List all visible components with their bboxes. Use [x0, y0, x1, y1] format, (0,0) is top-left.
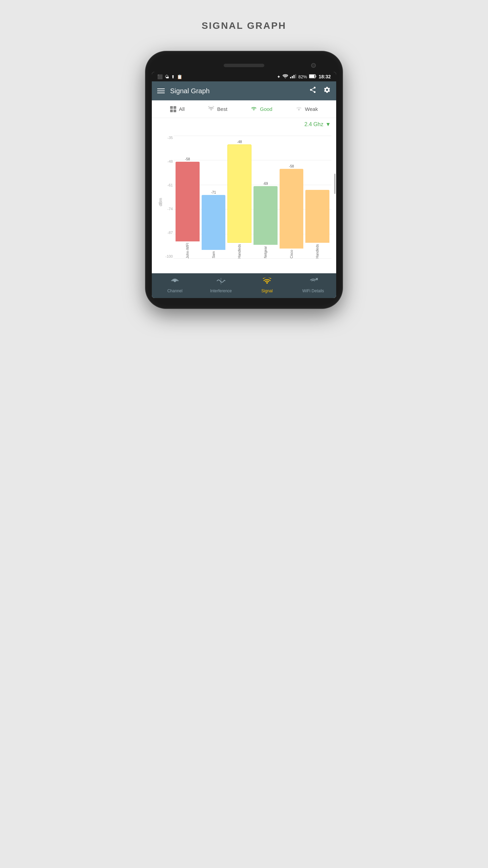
y-tick-3: -61 [163, 183, 173, 187]
bar-label-1: Sam [212, 251, 216, 258]
svg-rect-1 [292, 76, 293, 78]
filter-all[interactable]: All [170, 106, 185, 112]
chart-area: dBm -35 -48 -61 -74 -87 -100 [152, 131, 336, 273]
frequency-selector[interactable]: 2.4 Ghz ▼ [304, 121, 331, 127]
settings-icon[interactable] [323, 86, 331, 96]
status-clipboard-icon: 📋 [177, 74, 182, 79]
bar-2 [227, 144, 251, 243]
bar-cisco: -58 Cisco [280, 136, 304, 258]
signal-nav-icon [262, 277, 272, 287]
filter-good[interactable]: Good [250, 106, 272, 112]
nav-interference-label: Interference [210, 289, 232, 293]
phone-speaker [224, 64, 264, 67]
phone-device: ⬛ 🌤 ⬆ 📋 ✦ 82% 18:32 [146, 52, 342, 308]
bar-3 [253, 186, 278, 245]
app-bar-right [309, 86, 331, 96]
app-bar-title: Signal Graph [170, 87, 210, 95]
wifi-status-icon [283, 74, 288, 79]
svg-rect-5 [309, 75, 314, 78]
phone-camera [311, 63, 316, 68]
filter-good-label: Good [260, 106, 272, 112]
hamburger-menu[interactable] [157, 88, 165, 93]
nav-signal-label: Signal [261, 289, 272, 293]
bar-label-0: John-WIFI [186, 243, 189, 258]
phone-top [152, 62, 336, 72]
channel-icon [170, 277, 180, 287]
filter-weak[interactable]: Weak [296, 106, 318, 112]
nav-channel[interactable]: Channel [152, 277, 198, 293]
nav-channel-label: Channel [167, 289, 183, 293]
nav-interference[interactable]: Interference [198, 277, 244, 293]
scrollbar[interactable] [334, 174, 336, 194]
filter-row: All Best Good Weak [152, 100, 336, 118]
bar-label-4: Cisco [290, 250, 293, 258]
interference-icon [216, 277, 226, 287]
bottom-nav: Channel Interference [152, 273, 336, 298]
bar-4 [280, 169, 304, 249]
status-cloud-icon: 🌤 [165, 74, 169, 79]
app-bar-left: Signal Graph [157, 87, 210, 95]
nav-wifi-details-label: WiFi Details [302, 289, 324, 293]
svg-rect-0 [290, 77, 291, 78]
nav-wifi-details[interactable]: WiFi Details [290, 277, 336, 293]
bar-5 [305, 190, 329, 243]
bar-value-2: -48 [237, 140, 242, 144]
wifi-weak-icon [296, 106, 302, 112]
bar-value-1: -71 [211, 191, 216, 194]
grid-icon [170, 106, 176, 112]
freq-dropdown-arrow: ▼ [325, 121, 331, 127]
bar-value-3: -69 [263, 182, 268, 185]
bar-1 [202, 195, 226, 250]
bluetooth-icon: ✦ [277, 74, 281, 79]
bar-value-4: -58 [289, 164, 294, 168]
y-tick-5: -87 [163, 231, 173, 235]
nav-signal[interactable]: Signal [244, 277, 290, 293]
bar-value-0: -58 [185, 157, 190, 161]
y-tick-2: -48 [163, 159, 173, 163]
bar-label-3: Netgear [264, 246, 267, 258]
app-bar: Signal Graph [152, 81, 336, 100]
signal-bars-icon [290, 74, 296, 79]
chart-y-label: dBm [158, 198, 163, 206]
filter-best-label: Best [217, 106, 227, 112]
status-right: ✦ 82% 18:32 [277, 74, 331, 79]
bar-handleds: -48 Handleds [227, 136, 251, 258]
share-icon[interactable] [309, 86, 317, 96]
status-photo-icon: ⬛ [157, 74, 163, 79]
bar-sam: -71 Sam [202, 136, 226, 258]
bar-0 [176, 162, 200, 241]
bar-label-5: Handleds [316, 244, 319, 258]
phone-screen: ⬛ 🌤 ⬆ 📋 ✦ 82% 18:32 [152, 72, 336, 298]
y-tick-1: -35 [163, 136, 173, 140]
filter-weak-label: Weak [305, 106, 318, 112]
freq-value: 2.4 Ghz [304, 121, 323, 127]
status-upload-icon: ⬆ [171, 74, 175, 79]
bar-netgear: -69 Netgear [253, 136, 278, 258]
wifi-details-icon [308, 277, 318, 287]
filter-best[interactable]: Best [208, 106, 227, 112]
svg-rect-2 [293, 75, 294, 78]
wifi-good-icon [250, 106, 257, 112]
svg-rect-3 [295, 74, 296, 78]
filter-all-label: All [179, 106, 185, 112]
status-bar: ⬛ 🌤 ⬆ 📋 ✦ 82% 18:32 [152, 72, 336, 81]
bar-label-2: Handleds [238, 244, 241, 258]
wifi-best-icon [208, 106, 215, 112]
battery-icon [309, 74, 317, 79]
status-left: ⬛ 🌤 ⬆ 📋 [157, 74, 182, 79]
freq-row: 2.4 Ghz ▼ [152, 118, 336, 131]
battery-pct: 82% [298, 74, 307, 79]
svg-rect-6 [316, 76, 316, 77]
bar-handleds2: Handleds [305, 136, 329, 258]
bar-john-wifi: -58 John-WIFI [176, 136, 200, 258]
page-title: SIGNAL GRAPH [202, 20, 286, 31]
y-tick-6: -100 [163, 254, 173, 258]
time-display: 18:32 [319, 74, 331, 79]
y-tick-4: -74 [163, 207, 173, 211]
